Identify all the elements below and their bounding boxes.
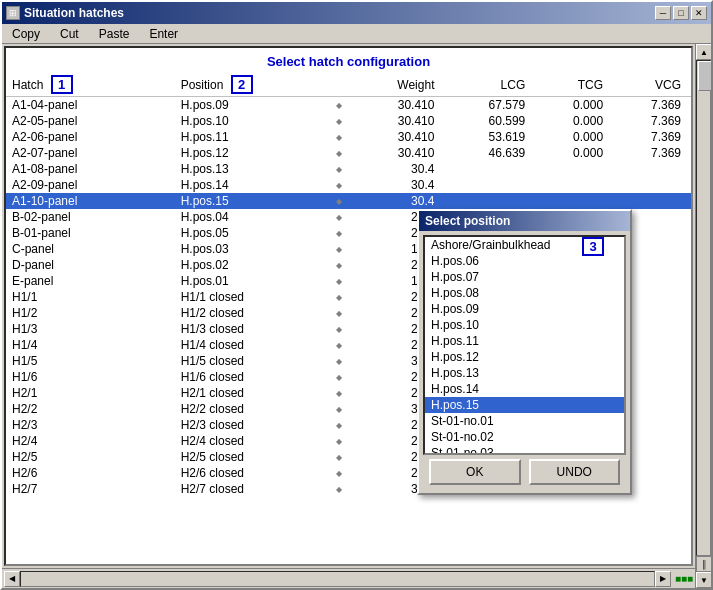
cell-position: H2/1 closed: [175, 385, 331, 401]
scroll-right-button[interactable]: ▶: [655, 571, 671, 587]
cell-bullet: ◆: [330, 353, 353, 369]
cell-hatch: E-panel: [6, 273, 175, 289]
cell-weight: 30.410: [354, 113, 445, 129]
table-row[interactable]: A1-04-panel H.pos.09 ◆ 30.410 67.579 0.0…: [6, 97, 691, 114]
cell-bullet: ◆: [330, 241, 353, 257]
popup-dialog: Select position Ashore/GrainbulkheadH.po…: [417, 209, 632, 495]
cell-vcg: [613, 193, 691, 209]
popup-list-item[interactable]: H.pos.14: [425, 381, 624, 397]
menu-cut[interactable]: Cut: [54, 25, 85, 43]
cell-lcg: 60.599: [444, 113, 535, 129]
popup-list-item[interactable]: St-01-no.02: [425, 429, 624, 445]
table-header: Select hatch configuration: [6, 48, 691, 73]
cell-hatch: H1/1: [6, 289, 175, 305]
cell-weight: 30.4: [354, 161, 445, 177]
cell-position: H1/6 closed: [175, 369, 331, 385]
table-row[interactable]: A2-05-panel H.pos.10 ◆ 30.410 60.599 0.0…: [6, 113, 691, 129]
popup-list-item[interactable]: H.pos.08: [425, 285, 624, 301]
menu-bar: Copy Cut Paste Enter: [2, 24, 711, 44]
cell-hatch: H2/5: [6, 449, 175, 465]
title-buttons: ─ □ ✕: [655, 6, 707, 20]
ok-button[interactable]: OK: [429, 459, 521, 485]
maximize-button[interactable]: □: [673, 6, 689, 20]
cell-bullet: ◆: [330, 481, 353, 497]
scroll-thumb[interactable]: [698, 61, 711, 91]
popup-list-item[interactable]: H.pos.07: [425, 269, 624, 285]
table-row[interactable]: A2-06-panel H.pos.11 ◆ 30.410 53.619 0.0…: [6, 129, 691, 145]
popup-list-item[interactable]: H.pos.13: [425, 365, 624, 381]
cell-position: H2/3 closed: [175, 417, 331, 433]
cell-bullet: ◆: [330, 177, 353, 193]
menu-enter[interactable]: Enter: [143, 25, 184, 43]
cell-position: H.pos.14: [175, 177, 331, 193]
cell-bullet: ◆: [330, 433, 353, 449]
col-header-vcg: VCG: [613, 73, 691, 97]
cell-hatch: A2-09-panel: [6, 177, 175, 193]
cell-position: H.pos.01: [175, 273, 331, 289]
table-row[interactable]: A1-10-panel H.pos.15 ◆ 30.4: [6, 193, 691, 209]
cell-position: H.pos.02: [175, 257, 331, 273]
menu-paste[interactable]: Paste: [93, 25, 136, 43]
close-button[interactable]: ✕: [691, 6, 707, 20]
cell-bullet: ◆: [330, 465, 353, 481]
cell-bullet: ◆: [330, 193, 353, 209]
scroll-left-button[interactable]: ◀: [4, 571, 20, 587]
cell-bullet: ◆: [330, 161, 353, 177]
col-header-weight: Weight: [354, 73, 445, 97]
cell-lcg: 53.619: [444, 129, 535, 145]
cell-position: H2/5 closed: [175, 449, 331, 465]
col-header-tcg: TCG: [535, 73, 613, 97]
cell-tcg: 0.000: [535, 97, 613, 114]
cell-tcg: [535, 177, 613, 193]
popup-listbox[interactable]: Ashore/GrainbulkheadH.pos.06H.pos.07H.po…: [423, 235, 626, 455]
cell-position: H.pos.09: [175, 97, 331, 114]
cell-weight: 30.4: [354, 177, 445, 193]
cell-hatch: H2/6: [6, 465, 175, 481]
scroll-down-button[interactable]: ▼: [696, 572, 711, 588]
cell-weight: 30.4: [354, 193, 445, 209]
cell-position: H2/4 closed: [175, 433, 331, 449]
undo-button[interactable]: UNDO: [529, 459, 621, 485]
cell-vcg: 7.369: [613, 97, 691, 114]
h-scroll-track[interactable]: [20, 571, 655, 587]
popup-list-item[interactable]: H.pos.10: [425, 317, 624, 333]
badge-3: 3: [582, 237, 604, 256]
cell-bullet: ◆: [330, 129, 353, 145]
cell-bullet: ◆: [330, 369, 353, 385]
cell-bullet: ◆: [330, 449, 353, 465]
popup-title: Select position: [419, 211, 630, 231]
cell-bullet: ◆: [330, 145, 353, 161]
badge-1: 1: [51, 75, 73, 94]
cell-tcg: [535, 193, 613, 209]
cell-tcg: 0.000: [535, 129, 613, 145]
badge-2: 2: [231, 75, 253, 94]
col-header-position: Position 2: [175, 73, 331, 97]
popup-list-item[interactable]: H.pos.15: [425, 397, 624, 413]
table-row[interactable]: A1-08-panel H.pos.13 ◆ 30.4: [6, 161, 691, 177]
cell-bullet: ◆: [330, 289, 353, 305]
popup-list-item[interactable]: St-01-no.01: [425, 413, 624, 429]
cell-hatch: H2/1: [6, 385, 175, 401]
cell-hatch: H2/3: [6, 417, 175, 433]
menu-copy[interactable]: Copy: [6, 25, 46, 43]
cell-position: H1/3 closed: [175, 321, 331, 337]
scroll-track[interactable]: [696, 60, 711, 556]
cell-tcg: 0.000: [535, 113, 613, 129]
popup-list-item[interactable]: H.pos.11: [425, 333, 624, 349]
cell-bullet: ◆: [330, 321, 353, 337]
cell-hatch: H1/3: [6, 321, 175, 337]
status-indicator: ■■■: [671, 573, 693, 584]
scroll-splitter[interactable]: ║: [696, 556, 711, 572]
popup-list-item[interactable]: St-01-no.03: [425, 445, 624, 455]
col-header-lcg: LCG: [444, 73, 535, 97]
scroll-up-button[interactable]: ▲: [696, 44, 711, 60]
window-icon: ⊞: [6, 6, 20, 20]
popup-list-item[interactable]: H.pos.12: [425, 349, 624, 365]
cell-position: H2/2 closed: [175, 401, 331, 417]
table-row[interactable]: A2-07-panel H.pos.12 ◆ 30.410 46.639 0.0…: [6, 145, 691, 161]
popup-list-item[interactable]: H.pos.09: [425, 301, 624, 317]
cell-tcg: 0.000: [535, 145, 613, 161]
cell-vcg: [613, 177, 691, 193]
minimize-button[interactable]: ─: [655, 6, 671, 20]
table-row[interactable]: A2-09-panel H.pos.14 ◆ 30.4: [6, 177, 691, 193]
